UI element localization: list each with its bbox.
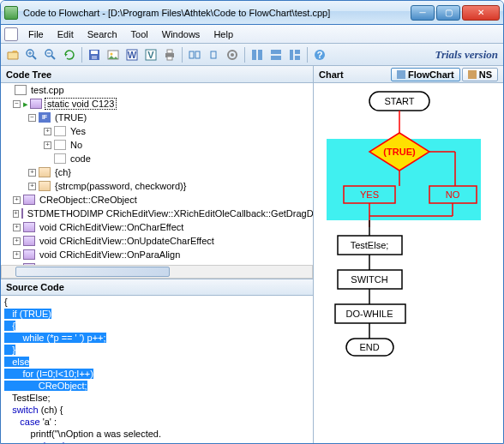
tree-strcmp[interactable]: {strcmp(password, checkword)} <box>53 181 188 191</box>
expand-icon[interactable]: + <box>13 237 21 245</box>
function-icon <box>21 208 23 219</box>
save-icon[interactable] <box>86 46 103 63</box>
expand-icon[interactable]: + <box>44 141 51 149</box>
code-tree-header: Code Tree <box>1 66 313 83</box>
print-icon[interactable] <box>161 46 178 63</box>
expand-icon[interactable]: + <box>28 169 36 177</box>
svg-text:V: V <box>147 50 154 60</box>
svg-rect-28 <box>290 50 293 60</box>
layout2-icon[interactable] <box>267 46 285 63</box>
ns-tab[interactable]: NS <box>462 68 498 81</box>
chart-header: Chart FlowChart NS <box>314 66 503 83</box>
function-icon <box>30 99 42 109</box>
chart-title: Chart <box>319 69 344 80</box>
expand-icon[interactable]: + <box>13 196 21 204</box>
svg-text:?: ? <box>317 50 323 60</box>
svg-rect-30 <box>295 56 300 60</box>
ns-icon <box>468 70 477 79</box>
tree-fn[interactable]: STDMETHODIMP CRichEditView::XRichEditOle… <box>26 208 313 219</box>
tree-if[interactable]: (TRUE) <box>53 112 88 123</box>
title-bar: Code to Flowchart - [D:\Program Files\At… <box>1 1 503 25</box>
flowchart-icon <box>397 70 405 79</box>
svg-line-1 <box>33 56 36 59</box>
minimize-button[interactable]: ─ <box>411 5 435 21</box>
menu-search[interactable]: Search <box>81 27 124 41</box>
layout1-icon[interactable] <box>249 46 266 63</box>
expand-icon[interactable]: + <box>44 128 51 135</box>
source-code-header: Source Code <box>1 279 313 296</box>
tree-yes[interactable]: Yes <box>69 126 87 136</box>
expand-icon[interactable] <box>186 46 203 63</box>
export-image-icon[interactable] <box>105 46 122 63</box>
function-icon <box>23 195 35 205</box>
refresh-icon[interactable] <box>61 46 78 63</box>
tree-no[interactable]: No <box>69 140 84 150</box>
function-icon <box>23 236 35 246</box>
tree-h-scrollbar[interactable] <box>1 265 313 279</box>
function-icon <box>23 222 35 232</box>
tree-selected[interactable]: static void C123 <box>45 98 117 110</box>
svg-rect-24 <box>252 50 256 60</box>
tree-fn[interactable]: void CRichEditView::OnParaAlign <box>38 249 182 260</box>
function-icon <box>23 249 35 260</box>
svg-text:SWITCH: SWITCH <box>351 274 387 285</box>
help-icon[interactable]: ? <box>311 46 328 63</box>
close-button[interactable]: ✕ <box>462 5 500 21</box>
svg-line-5 <box>51 56 55 59</box>
svg-rect-19 <box>189 51 194 58</box>
layout3-icon[interactable] <box>286 46 303 63</box>
svg-text:(TRUE): (TRUE) <box>383 147 416 157</box>
menu-file[interactable]: File <box>21 27 51 41</box>
svg-text:START: START <box>384 96 414 106</box>
toolbar: W V ? Trials version <box>1 44 503 66</box>
collapse-icon[interactable]: − <box>28 114 36 122</box>
svg-text:YES: YES <box>360 189 379 200</box>
svg-text:END: END <box>359 342 379 352</box>
app-icon <box>4 6 18 20</box>
trial-label: Trials version <box>435 48 500 62</box>
tree-code[interactable]: code <box>69 153 93 164</box>
tree-fn[interactable]: void CRichEditView::OnCharEffect <box>38 222 185 232</box>
switch-icon <box>39 181 51 191</box>
source-code-view[interactable]: { if (TRUE) { while (*p == ' ') p++; } e… <box>1 296 313 443</box>
menu-edit[interactable]: Edit <box>51 27 81 41</box>
svg-rect-21 <box>211 51 216 58</box>
expand-icon[interactable]: + <box>13 224 21 231</box>
menu-tool[interactable]: Tool <box>124 27 155 41</box>
zoom-out-icon[interactable] <box>42 46 59 63</box>
svg-rect-27 <box>271 56 281 60</box>
svg-text:NO: NO <box>446 189 460 200</box>
file-icon <box>15 85 27 95</box>
code-tree[interactable]: test.cpp −▸static void C123 −IF(TRUE) +Y… <box>1 83 313 265</box>
menu-help[interactable]: Help <box>207 27 240 41</box>
svg-text:W: W <box>128 50 137 60</box>
flowchart-canvas[interactable]: START (TRUE) YES NO <box>314 83 503 443</box>
expand-icon[interactable]: + <box>13 210 19 218</box>
export-word-icon[interactable]: W <box>123 46 141 63</box>
maximize-button[interactable]: ▢ <box>436 5 460 21</box>
flowchart-tab[interactable]: FlowChart <box>391 68 460 81</box>
svg-rect-29 <box>295 50 300 54</box>
expand-icon[interactable]: + <box>28 183 36 190</box>
svg-rect-20 <box>195 51 200 58</box>
tree-file[interactable]: test.cpp <box>29 85 66 95</box>
collapse-icon[interactable] <box>205 46 222 63</box>
tree-fn[interactable]: void CRichEditView::OnUpdateCharEffect <box>38 236 216 246</box>
export-visio-icon[interactable]: V <box>142 46 159 63</box>
leaf-icon <box>54 126 66 136</box>
options-icon[interactable] <box>224 46 241 63</box>
switch-icon <box>39 167 51 177</box>
zoom-in-icon[interactable] <box>23 46 40 63</box>
svg-rect-9 <box>92 56 97 59</box>
svg-text:TestElse;: TestElse; <box>351 240 389 250</box>
if-icon: IF <box>39 112 51 123</box>
menu-bar: File Edit Search Tool Windows Help <box>1 25 503 44</box>
system-menu-icon[interactable] <box>4 27 18 41</box>
open-icon[interactable] <box>4 46 21 63</box>
tree-fn[interactable]: CReObject::CReObject <box>38 195 139 205</box>
expand-icon[interactable]: + <box>13 251 21 259</box>
collapse-icon[interactable]: − <box>13 100 21 108</box>
menu-windows[interactable]: Windows <box>155 27 207 41</box>
tree-ch[interactable]: {ch} <box>53 167 73 177</box>
svg-text:DO-WHILE: DO-WHILE <box>346 309 393 319</box>
